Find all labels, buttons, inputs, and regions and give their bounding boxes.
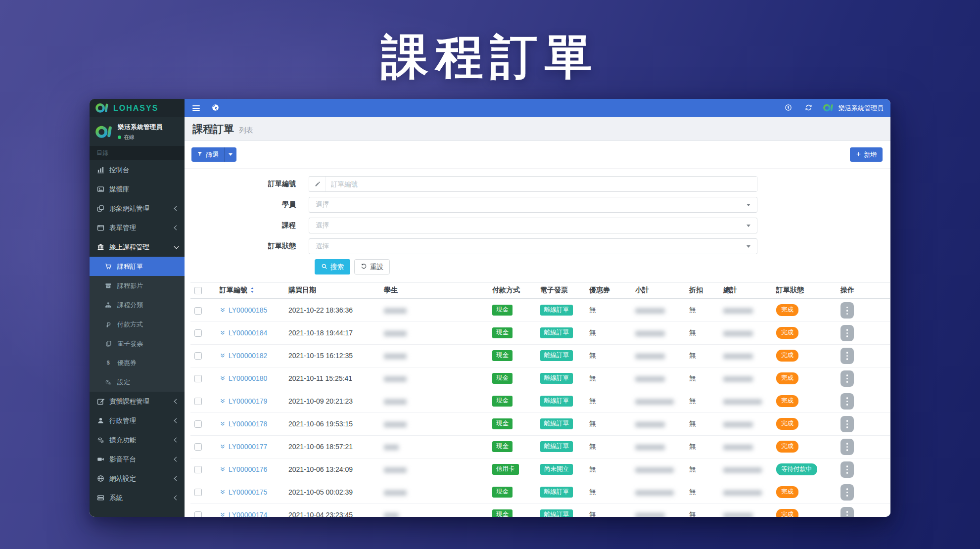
- row-actions-button[interactable]: [840, 302, 854, 319]
- sidebar-item-physical-course[interactable]: 實體課程管理: [90, 392, 185, 411]
- order-no: LY00000176: [229, 465, 267, 473]
- column-header-label: 小計: [635, 286, 649, 294]
- order-link[interactable]: LY00000175: [220, 488, 267, 496]
- status-cell: 完成: [772, 344, 837, 367]
- sidebar-item-settings[interactable]: 設定: [90, 372, 185, 392]
- visit-site-button[interactable]: [779, 99, 798, 117]
- subtotal-blurred: [635, 467, 674, 473]
- filter-select-order-status[interactable]: 選擇: [309, 238, 757, 254]
- user-icon: [96, 417, 105, 424]
- row-checkbox[interactable]: [194, 375, 202, 382]
- total-blurred: [723, 354, 753, 359]
- row-actions-button[interactable]: [840, 507, 854, 517]
- sidebar-item-system[interactable]: 系統: [90, 488, 185, 507]
- order-link[interactable]: LY00000174: [220, 511, 267, 517]
- row-actions-button[interactable]: [840, 348, 854, 364]
- sidebar-item-label: 優惠券: [117, 359, 137, 367]
- row-actions-button[interactable]: [840, 370, 854, 387]
- row-checkbox-cell: [190, 367, 216, 390]
- total-cell: [719, 299, 772, 321]
- row-checkbox[interactable]: [194, 443, 202, 451]
- site-home-button[interactable]: [206, 99, 225, 117]
- row-checkbox[interactable]: [194, 398, 202, 405]
- add-button[interactable]: 新增: [850, 147, 883, 162]
- filter-select-course[interactable]: 選擇: [309, 218, 757, 233]
- search-button[interactable]: 搜索: [315, 259, 350, 274]
- row-checkbox[interactable]: [194, 466, 202, 473]
- refresh-button[interactable]: [799, 99, 818, 117]
- sidebar-item-extensions[interactable]: 擴充功能: [90, 430, 185, 450]
- order-link[interactable]: LY00000182: [220, 352, 267, 360]
- order-link[interactable]: LY00000180: [220, 374, 267, 382]
- sidebar-item-label: 設定: [117, 378, 130, 387]
- invoice-badge: 離線訂單: [540, 441, 573, 452]
- row-checkbox[interactable]: [194, 489, 202, 496]
- order-link[interactable]: LY00000178: [220, 420, 267, 428]
- sidebar-item-payment-methods[interactable]: 付款方式: [90, 315, 185, 334]
- total-cell: [719, 458, 772, 481]
- sidebar-item-form-management[interactable]: 表單管理: [90, 218, 185, 237]
- sidebar-item-media-platform[interactable]: 影音平台: [90, 450, 185, 469]
- student-cell: [380, 503, 488, 517]
- row-checkbox[interactable]: [194, 329, 202, 337]
- navbar-avatar[interactable]: [823, 103, 834, 112]
- column-header-0[interactable]: 訂單編號: [216, 283, 284, 299]
- row-checkbox[interactable]: [194, 420, 202, 428]
- sidebar-item-course-videos[interactable]: 課程影片: [90, 276, 185, 295]
- row-actions-button[interactable]: [840, 325, 854, 341]
- row-actions-button[interactable]: [840, 416, 854, 432]
- sidebar-item-course-categories[interactable]: 課程分類: [90, 295, 185, 315]
- invoice-badge: 離線訂單: [540, 327, 573, 338]
- sort-icon[interactable]: [249, 287, 255, 295]
- sidebar-item-dashboard[interactable]: 控制台: [90, 160, 185, 180]
- chevron-left-icon: [174, 206, 179, 211]
- filter-dropdown-toggle[interactable]: [224, 147, 236, 162]
- sidebar-item-e-invoice[interactable]: 電子發票: [90, 334, 185, 353]
- row-checkbox[interactable]: [194, 352, 202, 360]
- row-checkbox[interactable]: [194, 511, 202, 517]
- form-icon: [96, 224, 105, 231]
- brand[interactable]: LOHASYS: [90, 99, 185, 117]
- sidebar-toggle-button[interactable]: [187, 99, 206, 117]
- column-header-9: 訂單狀態: [772, 283, 837, 299]
- sidebar-item-label: 網站設定: [109, 474, 136, 483]
- order-link[interactable]: LY00000177: [220, 443, 267, 451]
- reset-button[interactable]: 重設: [354, 259, 390, 274]
- chevron-left-icon: [174, 438, 179, 443]
- column-header-label: 折扣: [689, 286, 703, 294]
- sidebar-item-media-library[interactable]: 媒體庫: [90, 180, 185, 199]
- caret-down-icon: [747, 245, 750, 248]
- sidebar-item-site-settings[interactable]: 網站設定: [90, 469, 185, 488]
- order-link[interactable]: LY00000185: [220, 306, 267, 314]
- invoice-badge: 離線訂單: [540, 487, 573, 498]
- avatar: [95, 125, 113, 139]
- sidebar-item-brand-website[interactable]: 形象網站管理: [90, 199, 185, 218]
- navbar-user-name[interactable]: 樂活系統管理員: [839, 104, 884, 113]
- row-checkbox[interactable]: [194, 307, 202, 315]
- order-no: LY00000177: [229, 443, 267, 451]
- order-no-cell: LY00000179: [216, 390, 284, 412]
- row-actions-button[interactable]: [840, 439, 854, 455]
- row-actions-button[interactable]: [840, 393, 854, 410]
- row-actions-button[interactable]: [840, 484, 854, 501]
- sidebar-item-coupons[interactable]: $優惠券: [90, 353, 185, 372]
- filter-button[interactable]: 篩選: [191, 147, 224, 162]
- order-link[interactable]: LY00000184: [220, 329, 267, 337]
- sidebar-item-online-course[interactable]: 線上課程管理: [90, 237, 185, 257]
- row-actions-button[interactable]: [840, 461, 854, 478]
- purchase-date-cell: 2021-10-06 19:53:15: [284, 412, 380, 435]
- order-no: LY00000175: [229, 488, 267, 496]
- payment-badge: 現金: [492, 487, 513, 498]
- filter-select-student[interactable]: 選擇: [309, 197, 757, 213]
- order-link[interactable]: LY00000179: [220, 397, 267, 405]
- filter-input-order-no[interactable]: [326, 177, 757, 191]
- order-link[interactable]: LY00000176: [220, 465, 267, 473]
- select-all-checkbox[interactable]: [194, 287, 202, 294]
- sidebar-item-administration[interactable]: 行政管理: [90, 411, 185, 430]
- table-row: LY000001782021-10-06 19:53:15現金離線訂單無無完成: [190, 412, 890, 435]
- sidebar-item-course-orders[interactable]: 課程訂單: [90, 257, 185, 276]
- total-cell: [719, 344, 772, 367]
- globe-pin-icon: [785, 104, 792, 113]
- order-no-cell: LY00000177: [216, 435, 284, 458]
- status-badge: 完成: [776, 372, 798, 384]
